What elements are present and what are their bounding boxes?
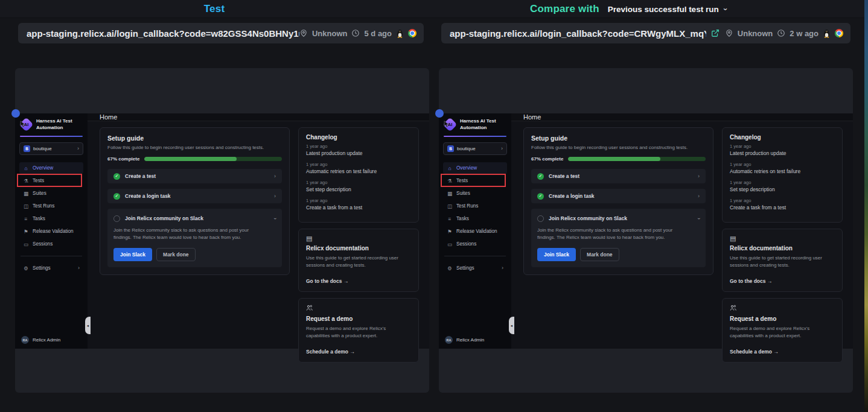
right-url-bar[interactable]: app-staging.relicx.ai/login_callback?cod… bbox=[441, 23, 850, 43]
sidebar-item-settings: ⚙ Settings › bbox=[19, 262, 83, 274]
changelog-entry: 1 year ago Automatic retries on test fai… bbox=[730, 162, 835, 174]
user-account: RA Relicx Admin bbox=[443, 336, 507, 344]
chevron-down-icon: › bbox=[721, 8, 729, 10]
chevron-right-icon: › bbox=[274, 194, 276, 199]
sidebar-item-sessions: ▭ Sessions bbox=[19, 238, 83, 250]
left-url-bar[interactable]: app-staging.relicx.ai/login_callback?cod… bbox=[18, 23, 424, 43]
sidebar-divider bbox=[444, 256, 506, 256]
sidebar-nav: ⌂ Overview ⚗ Tests ▦ Suites ◫ Test Runs bbox=[19, 162, 83, 250]
chevron-right-icon: › bbox=[274, 174, 276, 179]
columns-icon: ◫ bbox=[23, 203, 29, 209]
home-icon: ⌂ bbox=[447, 165, 453, 171]
brand: AI Harness AI Test Automation bbox=[19, 118, 83, 131]
chrome-icon bbox=[408, 29, 416, 37]
cursor-position-marker bbox=[435, 109, 444, 118]
sidebar-item-label: Overview bbox=[33, 165, 53, 171]
sidebar-item-tasks: ≡ Tasks bbox=[443, 213, 507, 224]
sidebar-item-label: Overview bbox=[456, 165, 477, 171]
cursor-arrow-icon bbox=[444, 119, 449, 130]
user-name: Relicx Admin bbox=[33, 337, 60, 343]
gear-icon: ⚙ bbox=[447, 265, 453, 271]
left-column-title: Test bbox=[204, 3, 225, 15]
sidebar-item-label: Release Validation bbox=[456, 229, 497, 234]
chrome-icon bbox=[835, 29, 843, 37]
brand-name: Harness AI Test Automation bbox=[460, 118, 503, 131]
app-sidebar: AI Harness AI Test Automation B boutique… bbox=[15, 113, 88, 349]
avatar: RA bbox=[445, 336, 453, 344]
chevron-down-icon: › bbox=[272, 218, 278, 220]
video-icon: ▭ bbox=[23, 241, 29, 247]
cursor-position-marker bbox=[11, 109, 20, 118]
sidebar-item-label: Tests bbox=[456, 178, 468, 183]
clock-icon bbox=[351, 29, 360, 37]
app-sidebar: AI Harness AI Test Automation B boutique… bbox=[439, 113, 511, 349]
check-circle-icon: ✓ bbox=[537, 173, 544, 180]
chevron-right-icon: › bbox=[698, 194, 700, 199]
progress-label: 67% complete bbox=[531, 156, 563, 162]
people-icon bbox=[730, 305, 835, 312]
flask-icon: ⚗ bbox=[447, 178, 453, 184]
progress-row: 67% complete bbox=[531, 156, 706, 162]
setup-task-create-test: ✓ Create a test › bbox=[531, 169, 706, 183]
grid-icon: ▦ bbox=[447, 191, 453, 197]
page-header: Home bbox=[511, 113, 853, 121]
task-label: Create a login task bbox=[125, 193, 269, 199]
setup-task-create-test: ✓ Create a test › bbox=[107, 169, 282, 183]
project-selector: B boutique › bbox=[443, 142, 507, 155]
join-slack-button: Join Slack bbox=[113, 248, 152, 261]
go-to-docs-link: Go to the docs → bbox=[730, 278, 772, 284]
sidebar-collapse-handle: ◂ bbox=[85, 317, 91, 334]
changelog-time: 1 year ago bbox=[730, 162, 835, 167]
project-name: boutique bbox=[33, 146, 74, 151]
avatar: RA bbox=[21, 336, 29, 344]
list-icon: ≡ bbox=[23, 216, 29, 222]
right-url-text: app-staging.relicx.ai/login_callback?cod… bbox=[450, 28, 706, 39]
sidebar-item-tasks: ≡ Tasks bbox=[19, 213, 83, 224]
sidebar-item-test-runs: ◫ Test Runs bbox=[443, 200, 507, 212]
list-icon: ≡ bbox=[447, 216, 453, 222]
changelog-card: Changelog 1 year ago Latest production u… bbox=[298, 127, 419, 223]
setup-guide-subtitle: Follow this guide to begin recording use… bbox=[107, 145, 282, 150]
changelog-title: Changelog bbox=[306, 134, 411, 141]
project-name: boutique bbox=[457, 146, 498, 151]
people-icon bbox=[306, 305, 411, 312]
progress-bar bbox=[144, 157, 282, 161]
page-content: Setup guide Follow this guide to begin r… bbox=[511, 121, 853, 363]
sidebar-item-suites: ▦ Suites bbox=[19, 188, 83, 199]
right-screenshot-panel: AI Harness AI Test Automation B boutique… bbox=[439, 68, 853, 393]
chevron-right-icon: › bbox=[78, 265, 80, 271]
flag-icon: ⚑ bbox=[23, 229, 29, 235]
task-label: Create a test bbox=[125, 173, 269, 179]
page-header: Home bbox=[88, 113, 429, 121]
project-badge: B bbox=[447, 145, 454, 152]
progress-row: 67% complete bbox=[107, 156, 282, 162]
demo-description: Request a demo and explore Relicx's capa… bbox=[730, 325, 835, 340]
changelog-time: 1 year ago bbox=[306, 144, 411, 149]
brand-divider bbox=[444, 136, 506, 137]
changelog-entry-title: Create a task from a test bbox=[306, 204, 411, 211]
changelog-entry: 1 year ago Create a task from a test bbox=[730, 198, 835, 211]
adjacent-screenshot-sliver bbox=[864, 0, 868, 412]
chevron-down-icon: › bbox=[696, 218, 701, 220]
user-name: Relicx Admin bbox=[456, 337, 484, 343]
sidebar-item-sessions: ▭ Sessions bbox=[443, 238, 507, 250]
external-link-icon[interactable] bbox=[711, 29, 720, 37]
brand-divider bbox=[20, 136, 83, 137]
demo-description: Request a demo and explore Relicx's capa… bbox=[306, 325, 411, 340]
sidebar-collapse-handle: ◂ bbox=[509, 317, 514, 334]
check-circle-icon: ✓ bbox=[113, 193, 120, 200]
app-main: Home Setup guide Follow this guide to be… bbox=[511, 113, 853, 349]
changelog-entry-title: Automatic retries on test failure bbox=[730, 168, 835, 174]
linux-icon bbox=[396, 29, 404, 38]
setup-guide-title: Setup guide bbox=[531, 135, 706, 142]
left-url-text: app-staging.relicx.ai/login_callback?cod… bbox=[27, 28, 299, 39]
sidebar-nav: ⌂ Overview ⚗ Tests ▦ Suites ◫ Test Runs bbox=[443, 162, 507, 250]
page-title: Home bbox=[523, 113, 541, 121]
compare-run-selector[interactable]: Previous successful test run › bbox=[608, 5, 727, 14]
test-comparison-view: Test Compare with Previous successful te… bbox=[0, 0, 868, 412]
demo-card: Request a demo Request a demo and explor… bbox=[298, 298, 419, 363]
demo-card: Request a demo Request a demo and explor… bbox=[722, 298, 843, 363]
sidebar-item-tests: ⚗ Tests bbox=[19, 175, 83, 186]
video-icon: ▭ bbox=[447, 241, 453, 247]
setup-guide-card: Setup guide Follow this guide to begin r… bbox=[523, 127, 713, 275]
